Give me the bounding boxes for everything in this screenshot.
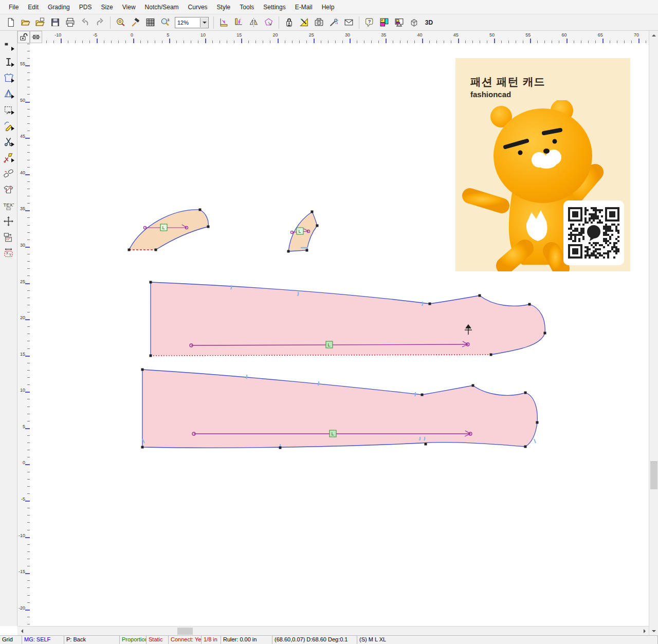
ruler-lock-icon[interactable]	[17, 31, 30, 43]
pattern-piece-waistband-left[interactable]: L	[128, 209, 210, 251]
tool-scissors-tool[interactable]	[1, 134, 16, 150]
ruler-tick	[241, 39, 242, 43]
drawing-canvas[interactable]: L L	[30, 43, 649, 626]
menu-item-curves[interactable]: Curves	[184, 2, 212, 13]
flyout-arrow-icon[interactable]	[11, 63, 16, 67]
flyout-arrow-icon[interactable]	[11, 158, 16, 162]
menu-item-settings[interactable]: Settings	[259, 2, 290, 13]
toolbar-button-help-bubble[interactable]: ?	[362, 15, 377, 30]
origin-marker-icon[interactable]	[30, 31, 42, 43]
ruler-x-icon: x	[219, 17, 229, 27]
tool-piece-tool[interactable]	[1, 70, 16, 86]
ruler-label: 50	[489, 32, 495, 38]
ruler-label: 0	[23, 460, 25, 465]
ruler-label: 55	[525, 32, 531, 38]
ruler-tick	[25, 283, 30, 284]
toolbar-button-grid-table[interactable]	[143, 15, 158, 30]
copy-tool-icon	[3, 232, 14, 243]
pattern-piece-pant-front[interactable]: L	[150, 281, 546, 357]
scroll-left-arrow[interactable]	[17, 627, 26, 635]
plotter-3d-icon	[409, 17, 419, 27]
ruler-tick	[25, 501, 30, 502]
tool-length-tool[interactable]	[1, 54, 16, 70]
menu-item-size[interactable]: Size	[96, 2, 117, 13]
toolbar-button-lock-piece[interactable]	[282, 15, 297, 30]
toolbar-button-plotter-3d[interactable]	[407, 15, 422, 30]
menu-item-pds[interactable]: PDS	[75, 2, 97, 13]
ruler-label: 5	[167, 32, 169, 38]
toolbar-button-camera-snapshot[interactable]	[312, 15, 326, 30]
menu-item-edit[interactable]: Edit	[23, 2, 43, 13]
email-envelope-icon	[344, 17, 354, 27]
toolbar-button-marker-layout[interactable]	[377, 15, 392, 30]
ruler-tick	[205, 39, 206, 43]
grain-length-label: L	[328, 342, 331, 347]
flyout-arrow-icon[interactable]	[11, 126, 16, 131]
grid-table-icon	[145, 17, 155, 27]
tool-text-tool[interactable]: TEXT	[1, 197, 16, 213]
dropdown-arrow-icon[interactable]	[200, 18, 208, 27]
toolbar-button-print[interactable]	[63, 15, 78, 30]
toolbar-button-seam-fold[interactable]	[261, 15, 276, 30]
menu-item-view[interactable]: View	[118, 2, 140, 13]
ruler-tick	[25, 319, 30, 320]
horizontal-scroll-thumb[interactable]	[177, 628, 193, 635]
tool-dart-tool[interactable]	[1, 86, 16, 102]
digitizer-pen-icon	[329, 17, 339, 27]
toolbar-button-open-copy[interactable]	[33, 15, 48, 30]
menu-item-notch-seam[interactable]: Notch/Seam	[140, 2, 184, 13]
vertical-scroll-thumb[interactable]	[650, 461, 657, 489]
ruler-tick	[638, 39, 639, 43]
tool-select-tool[interactable]	[1, 38, 16, 54]
ruler-label: 35	[381, 32, 386, 38]
vertical-scrollbar[interactable]	[649, 31, 658, 635]
toolbar-button-redo[interactable]	[93, 15, 107, 30]
toolbar-button-screen-preview[interactable]	[392, 15, 407, 30]
toolbar-button-new-document[interactable]	[3, 15, 18, 30]
toolbar-button-open-file[interactable]	[18, 15, 33, 30]
flyout-arrow-icon[interactable]	[11, 47, 16, 51]
horizontal-scrollbar[interactable]	[17, 626, 649, 636]
flyout-arrow-icon[interactable]	[11, 79, 16, 83]
scroll-up-arrow[interactable]	[650, 31, 658, 39]
toolbar-button-zoom-scale[interactable]: ±	[158, 15, 173, 30]
menu-item-file[interactable]: File	[4, 2, 23, 13]
toolbar-button-set-square[interactable]	[297, 15, 312, 30]
toolbar-button-3d[interactable]: 3D	[422, 15, 436, 30]
menu-item-style[interactable]: Style	[212, 2, 235, 13]
ruler-label: 65	[598, 32, 603, 38]
toolbar-button-mirror-compare[interactable]	[246, 15, 261, 30]
ruler-tick	[566, 39, 568, 43]
zoom-percent-combo[interactable]: 12%	[175, 17, 209, 28]
tool-measure-xy-tool[interactable]: XY	[1, 245, 16, 261]
toolbar-button-measure-tape[interactable]	[113, 15, 128, 30]
zoom-percent-value[interactable]: 12%	[175, 20, 200, 26]
toolbar-button-digitizer-pen[interactable]	[326, 15, 341, 30]
tool-notch-tool[interactable]	[1, 150, 16, 165]
menu-item-grading[interactable]: Grading	[43, 2, 75, 13]
status-segment-grid: Grid	[0, 636, 22, 644]
flyout-arrow-icon[interactable]	[11, 142, 16, 146]
scroll-down-arrow[interactable]	[650, 627, 658, 635]
flyout-arrow-icon[interactable]	[11, 111, 16, 115]
toolbar-button-hammer-tool[interactable]	[128, 15, 143, 30]
tool-area-tool[interactable]	[1, 102, 16, 118]
ruler-tick	[422, 39, 423, 43]
menu-item-e-mail[interactable]: E-Mail	[290, 2, 317, 13]
menu-item-help[interactable]: Help	[317, 2, 339, 13]
tool-garment-tool[interactable]	[1, 181, 16, 197]
toolbar-button-save[interactable]	[48, 15, 63, 30]
scroll-right-arrow[interactable]	[641, 627, 649, 635]
flyout-arrow-icon[interactable]	[11, 95, 16, 99]
tool-pencil-tool[interactable]	[1, 118, 16, 134]
tool-copy-tool[interactable]	[1, 229, 16, 245]
toolbar-button-undo[interactable]	[78, 15, 93, 30]
toolbar-button-email-envelope[interactable]	[341, 15, 356, 30]
tool-move-tool[interactable]	[1, 213, 16, 229]
menu-item-tools[interactable]: Tools	[235, 2, 259, 13]
toolbar-button-ruler-x[interactable]: x	[216, 15, 231, 30]
toolbar-button-ruler-y[interactable]: y	[231, 15, 246, 30]
pattern-piece-pant-back[interactable]: L	[141, 369, 539, 449]
pattern-piece-waistband-right[interactable]: L	[287, 211, 319, 253]
tool-link-tool[interactable]	[1, 165, 16, 181]
